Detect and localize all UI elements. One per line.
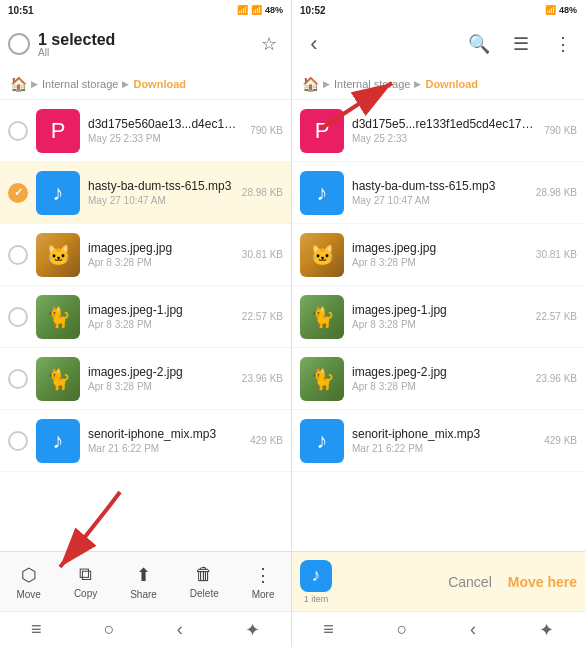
right-nav-home-circle-icon[interactable]: ○ bbox=[396, 619, 407, 640]
file-radio-6[interactable] bbox=[8, 431, 28, 451]
nav-person-icon[interactable]: ✦ bbox=[245, 619, 260, 641]
file-meta-4: Apr 8 3:28 PM bbox=[88, 319, 234, 330]
right-file-item-4[interactable]: 🐈 images.jpeg-1.jpg Apr 8 3:28 PM 22.57 … bbox=[292, 286, 585, 348]
home-icon[interactable]: 🏠 bbox=[10, 76, 27, 92]
right-file-item-3[interactable]: 🐱 images.jpeg.jpg Apr 8 3:28 PM 30.81 KB bbox=[292, 224, 585, 286]
right-file-meta-3: Apr 8 3:28 PM bbox=[352, 257, 528, 268]
right-header: ‹ 🔍 ☰ ⋮ bbox=[292, 20, 585, 68]
share-action[interactable]: ⬆ Share bbox=[130, 564, 157, 600]
file-size-2: 28.98 KB bbox=[242, 187, 283, 198]
right-file-size-3: 30.81 KB bbox=[536, 249, 577, 260]
left-time: 10:51 bbox=[8, 5, 34, 16]
right-file-meta-5: Apr 8 3:28 PM bbox=[352, 381, 528, 392]
left-file-item-1[interactable]: P d3d175e560ae13...d4ec173751a.png May 2… bbox=[0, 100, 291, 162]
left-header-left: 1 selected All bbox=[8, 31, 115, 58]
file-name-4: images.jpeg-1.jpg bbox=[88, 303, 234, 317]
more-options-button[interactable]: ⋮ bbox=[549, 30, 577, 58]
right-crumb-internal[interactable]: Internal storage bbox=[334, 78, 410, 90]
left-file-item-5[interactable]: 🐈 images.jpeg-2.jpg Apr 8 3:28 PM 23.96 … bbox=[0, 348, 291, 410]
right-file-name-4: images.jpeg-1.jpg bbox=[352, 303, 528, 317]
right-file-name-5: images.jpeg-2.jpg bbox=[352, 365, 528, 379]
copy-icon: ⧉ bbox=[79, 564, 92, 585]
crumb-internal[interactable]: Internal storage bbox=[42, 78, 118, 90]
more-icon: ⋮ bbox=[254, 564, 272, 586]
nav-back-icon[interactable]: ‹ bbox=[177, 619, 183, 640]
right-file-item-2[interactable]: ♪ hasty-ba-dum-tss-615.mp3 May 27 10:47 … bbox=[292, 162, 585, 224]
file-name-6: senorit-iphone_mix.mp3 bbox=[88, 427, 242, 441]
right-file-name-2: hasty-ba-dum-tss-615.mp3 bbox=[352, 179, 528, 193]
right-home-icon[interactable]: 🏠 bbox=[302, 76, 319, 92]
file-name-3: images.jpeg.jpg bbox=[88, 241, 234, 255]
file-meta-6: Mar 21 6:22 PM bbox=[88, 443, 242, 454]
right-nav-person-icon[interactable]: ✦ bbox=[539, 619, 554, 641]
signal-icon: 📶 bbox=[237, 5, 248, 15]
copy-action[interactable]: ⧉ Copy bbox=[74, 564, 97, 599]
right-file-thumb-2: ♪ bbox=[300, 171, 344, 215]
nav-menu-icon[interactable]: ≡ bbox=[31, 619, 42, 640]
right-time: 10:52 bbox=[300, 5, 326, 16]
right-file-name-6: senorit-iphone_mix.mp3 bbox=[352, 427, 536, 441]
delete-label: Delete bbox=[190, 588, 219, 599]
left-nav-bar: ≡ ○ ‹ ✦ bbox=[0, 611, 291, 647]
crumb-arrow-1: ▶ bbox=[31, 79, 38, 89]
left-file-item-2[interactable]: ♪ hasty-ba-dum-tss-615.mp3 May 27 10:47 … bbox=[0, 162, 291, 224]
right-status-icons: 📶 48% bbox=[545, 5, 577, 15]
move-icon: ⬡ bbox=[21, 564, 37, 586]
right-signal-icon: 📶 bbox=[545, 5, 556, 15]
right-file-info-3: images.jpeg.jpg Apr 8 3:28 PM bbox=[352, 241, 528, 268]
left-header-title-group: 1 selected All bbox=[38, 31, 115, 58]
right-breadcrumb: 🏠 ▶ Internal storage ▶ Download bbox=[292, 68, 585, 100]
left-breadcrumb: 🏠 ▶ Internal storage ▶ Download bbox=[0, 68, 291, 100]
list-view-button[interactable]: ☰ bbox=[507, 30, 535, 58]
nav-home-circle-icon[interactable]: ○ bbox=[104, 619, 115, 640]
right-file-item-1[interactable]: P d3d175e5...re133f1ed5cd4ec173751a.png … bbox=[292, 100, 585, 162]
file-info-5: images.jpeg-2.jpg Apr 8 3:28 PM bbox=[88, 365, 234, 392]
right-crumb-download[interactable]: Download bbox=[425, 78, 478, 90]
file-radio-4[interactable] bbox=[8, 307, 28, 327]
right-nav-menu-icon[interactable]: ≡ bbox=[323, 619, 334, 640]
move-label: Move bbox=[16, 589, 40, 600]
select-all-checkbox[interactable] bbox=[8, 33, 30, 55]
star-icon[interactable]: ☆ bbox=[255, 30, 283, 58]
left-file-item-6[interactable]: ♪ senorit-iphone_mix.mp3 Mar 21 6:22 PM … bbox=[0, 410, 291, 472]
right-file-size-2: 28.98 KB bbox=[536, 187, 577, 198]
left-file-item-3[interactable]: 🐱 images.jpeg.jpg Apr 8 3:28 PM 30.81 KB bbox=[0, 224, 291, 286]
file-meta-2: May 27 10:47 AM bbox=[88, 195, 234, 206]
left-header-right: ☆ bbox=[255, 30, 283, 58]
left-file-item-4[interactable]: 🐈 images.jpeg-1.jpg Apr 8 3:28 PM 22.57 … bbox=[0, 286, 291, 348]
file-size-6: 429 KB bbox=[250, 435, 283, 446]
right-nav-bar: ≡ ○ ‹ ✦ bbox=[292, 611, 585, 647]
more-action[interactable]: ⋮ More bbox=[252, 564, 275, 600]
right-file-info-1: d3d175e5...re133f1ed5cd4ec173751a.png Ma… bbox=[352, 117, 536, 144]
file-meta-5: Apr 8 3:28 PM bbox=[88, 381, 234, 392]
crumb-download[interactable]: Download bbox=[133, 78, 186, 90]
right-file-item-5[interactable]: 🐈 images.jpeg-2.jpg Apr 8 3:28 PM 23.96 … bbox=[292, 348, 585, 410]
right-bottom-bar: ♪ 1 item Cancel Move here bbox=[292, 551, 585, 611]
file-name-2: hasty-ba-dum-tss-615.mp3 bbox=[88, 179, 234, 193]
file-info-6: senorit-iphone_mix.mp3 Mar 21 6:22 PM bbox=[88, 427, 242, 454]
item-count-label: 1 item bbox=[304, 594, 329, 604]
file-radio-1[interactable] bbox=[8, 121, 28, 141]
item-count-badge: ♪ 1 item bbox=[300, 560, 332, 604]
move-action[interactable]: ⬡ Move bbox=[16, 564, 40, 600]
pinterest-icon: P bbox=[51, 118, 66, 144]
back-button[interactable]: ‹ bbox=[300, 30, 328, 58]
file-info-2: hasty-ba-dum-tss-615.mp3 May 27 10:47 AM bbox=[88, 179, 234, 206]
right-nav-back-icon[interactable]: ‹ bbox=[470, 619, 476, 640]
right-music-icon-2: ♪ bbox=[317, 180, 328, 206]
file-radio-2[interactable] bbox=[8, 183, 28, 203]
file-radio-5[interactable] bbox=[8, 369, 28, 389]
file-size-3: 30.81 KB bbox=[242, 249, 283, 260]
file-thumb-5: 🐈 bbox=[36, 357, 80, 401]
move-here-button[interactable]: Move here bbox=[508, 574, 577, 590]
right-file-item-6[interactable]: ♪ senorit-iphone_mix.mp3 Mar 21 6:22 PM … bbox=[292, 410, 585, 472]
right-file-name-1: d3d175e5...re133f1ed5cd4ec173751a.png bbox=[352, 117, 536, 131]
battery-text: 📶 48% bbox=[251, 5, 283, 15]
search-button[interactable]: 🔍 bbox=[465, 30, 493, 58]
share-label: Share bbox=[130, 589, 157, 600]
cancel-button[interactable]: Cancel bbox=[448, 574, 492, 590]
delete-action[interactable]: 🗑 Delete bbox=[190, 564, 219, 599]
right-panel: 10:52 📶 48% ‹ 🔍 ☰ ⋮ 🏠 ▶ Internal storage… bbox=[292, 0, 585, 647]
right-file-meta-2: May 27 10:47 AM bbox=[352, 195, 528, 206]
file-radio-3[interactable] bbox=[8, 245, 28, 265]
